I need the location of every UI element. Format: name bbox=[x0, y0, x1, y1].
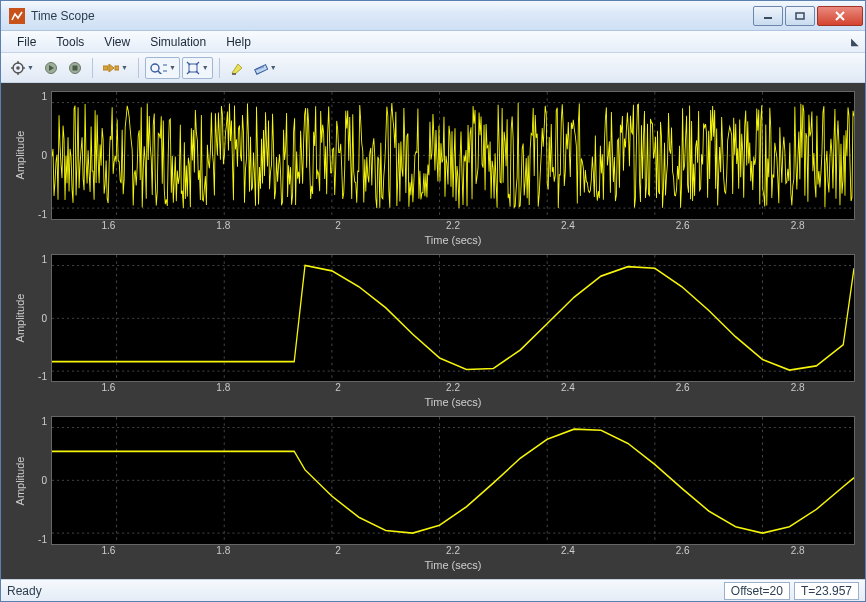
plot-area: Amplitude 10-1 1.61.822.22.42.62.8 Time … bbox=[1, 83, 865, 579]
svg-marker-27 bbox=[232, 64, 242, 74]
svg-line-19 bbox=[158, 71, 162, 74]
chevron-down-icon: ▼ bbox=[270, 64, 277, 71]
maximize-button[interactable] bbox=[785, 6, 815, 26]
subplot-3: Amplitude 10-1 1.61.822.22.42.62.8 Time … bbox=[11, 416, 855, 573]
xticks-2: 1.61.822.22.42.62.8 bbox=[11, 382, 855, 396]
svg-point-6 bbox=[16, 66, 20, 70]
step-button[interactable]: ▼ bbox=[99, 57, 132, 79]
gear-icon bbox=[11, 61, 25, 75]
yticks-3: 10-1 bbox=[29, 416, 51, 545]
menu-simulation[interactable]: Simulation bbox=[140, 33, 216, 51]
menu-file[interactable]: File bbox=[7, 33, 46, 51]
chevron-down-icon: ▼ bbox=[27, 64, 34, 71]
toolbar: ▼ ▼ ▼ ▼ ▼ bbox=[1, 53, 865, 83]
play-icon bbox=[45, 62, 57, 74]
axes-2[interactable] bbox=[51, 254, 855, 383]
ylabel-3: Amplitude bbox=[14, 456, 26, 505]
yticks-2: 10-1 bbox=[29, 254, 51, 383]
step-icon bbox=[103, 62, 119, 74]
ylabel-2: Amplitude bbox=[14, 294, 26, 343]
xlabel-2: Time (secs) bbox=[11, 396, 855, 410]
highlight-button[interactable] bbox=[226, 57, 248, 79]
stop-icon bbox=[69, 62, 81, 74]
app-icon bbox=[9, 8, 25, 24]
xlabel-3: Time (secs) bbox=[11, 559, 855, 573]
close-button[interactable] bbox=[817, 6, 863, 26]
status-offset: Offset=20 bbox=[724, 582, 790, 600]
svg-rect-15 bbox=[103, 66, 108, 70]
menu-help[interactable]: Help bbox=[216, 33, 261, 51]
chevron-down-icon: ▼ bbox=[202, 64, 209, 71]
minimize-button[interactable] bbox=[753, 6, 783, 26]
svg-rect-14 bbox=[72, 65, 77, 70]
fit-icon bbox=[186, 61, 200, 75]
menu-tools[interactable]: Tools bbox=[46, 33, 94, 51]
titlebar: Time Scope bbox=[1, 1, 865, 31]
xticks-1: 1.61.822.22.42.62.8 bbox=[11, 220, 855, 234]
fit-button[interactable]: ▼ bbox=[182, 57, 213, 79]
axes-3[interactable] bbox=[51, 416, 855, 545]
xticks-3: 1.61.822.22.42.62.8 bbox=[11, 545, 855, 559]
config-button[interactable]: ▼ bbox=[7, 57, 38, 79]
subplot-2: Amplitude 10-1 1.61.822.22.42.62.8 Time … bbox=[11, 254, 855, 411]
svg-point-18 bbox=[151, 64, 159, 72]
measure-button[interactable]: ▼ bbox=[250, 57, 281, 79]
status-time: T=23.957 bbox=[794, 582, 859, 600]
menu-collapse-icon[interactable]: ◣ bbox=[851, 36, 859, 47]
chevron-down-icon: ▼ bbox=[121, 64, 128, 71]
measure-icon bbox=[254, 61, 268, 75]
svg-rect-2 bbox=[796, 13, 804, 19]
statusbar: Ready Offset=20 T=23.957 bbox=[1, 579, 865, 601]
highlight-icon bbox=[230, 61, 244, 75]
zoom-icon bbox=[149, 62, 167, 74]
window-title: Time Scope bbox=[31, 9, 753, 23]
stop-button[interactable] bbox=[64, 57, 86, 79]
axes-1[interactable] bbox=[51, 91, 855, 220]
svg-marker-16 bbox=[109, 64, 114, 72]
menu-view[interactable]: View bbox=[94, 33, 140, 51]
zoom-button[interactable]: ▼ bbox=[145, 57, 180, 79]
menubar: File Tools View Simulation Help ◣ bbox=[1, 31, 865, 53]
yticks-1: 10-1 bbox=[29, 91, 51, 220]
xlabel-1: Time (secs) bbox=[11, 234, 855, 248]
ylabel-1: Amplitude bbox=[14, 131, 26, 180]
chevron-down-icon: ▼ bbox=[169, 64, 176, 71]
play-button[interactable] bbox=[40, 57, 62, 79]
svg-rect-17 bbox=[115, 66, 119, 70]
subplot-1: Amplitude 10-1 1.61.822.22.42.62.8 Time … bbox=[11, 91, 855, 248]
main-window: Time Scope File Tools View Simulation He… bbox=[0, 0, 866, 602]
svg-rect-22 bbox=[189, 64, 197, 72]
status-ready: Ready bbox=[7, 584, 42, 598]
